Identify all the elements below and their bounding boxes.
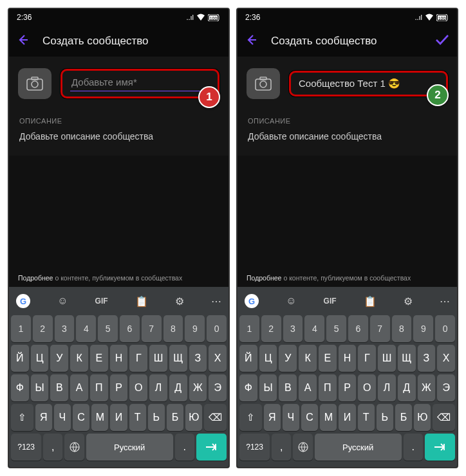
key-З[interactable]: З — [418, 345, 436, 372]
key-Ц[interactable]: Ц — [31, 345, 49, 372]
key-Т[interactable]: Т — [358, 404, 375, 431]
key-Й[interactable]: Й — [239, 345, 257, 372]
shift-key[interactable]: ⇧ — [11, 404, 33, 431]
back-button[interactable] — [245, 34, 258, 49]
key-К[interactable]: К — [299, 345, 317, 372]
settings-icon[interactable]: ⚙ — [404, 295, 413, 307]
community-name-input[interactable] — [70, 76, 212, 88]
key-Х[interactable]: Х — [209, 345, 227, 372]
key-У[interactable]: У — [279, 345, 297, 372]
sticker-icon[interactable]: ☺ — [57, 295, 68, 307]
key-0[interactable]: 0 — [207, 315, 227, 342]
enter-key[interactable] — [196, 434, 227, 461]
key-А[interactable]: А — [70, 374, 88, 401]
key-Щ[interactable]: Щ — [169, 345, 187, 372]
key-Л[interactable]: Л — [149, 374, 167, 401]
key-Ю[interactable]: Ю — [185, 404, 202, 431]
key-Ш[interactable]: Ш — [149, 345, 167, 372]
key-8[interactable]: 8 — [392, 315, 412, 342]
gif-button[interactable]: GIF — [324, 297, 337, 306]
key-С[interactable]: С — [73, 404, 89, 431]
key-9[interactable]: 9 — [185, 315, 205, 342]
key-1[interactable]: 1 — [11, 315, 31, 342]
globe-key[interactable] — [64, 434, 84, 461]
period-key[interactable]: . — [404, 434, 423, 461]
key-1[interactable]: 1 — [239, 315, 259, 342]
key-6[interactable]: 6 — [348, 315, 368, 342]
key-Э[interactable]: Э — [437, 374, 455, 401]
key-3[interactable]: 3 — [55, 315, 75, 342]
key-Ч[interactable]: Ч — [54, 404, 71, 431]
key-3[interactable]: 3 — [283, 315, 303, 342]
key-4[interactable]: 4 — [304, 315, 324, 342]
key-С[interactable]: С — [301, 404, 318, 431]
key-Р[interactable]: Р — [110, 374, 128, 401]
key-Б[interactable]: Б — [167, 404, 183, 431]
key-6[interactable]: 6 — [120, 315, 140, 342]
key-8[interactable]: 8 — [163, 315, 183, 342]
space-key[interactable]: Русский — [315, 434, 402, 461]
key-З[interactable]: З — [189, 345, 207, 372]
key-Г[interactable]: Г — [358, 345, 376, 372]
key-К[interactable]: К — [70, 345, 88, 372]
confirm-button[interactable] — [435, 34, 449, 49]
key-Ф[interactable]: Ф — [239, 374, 257, 401]
key-Д[interactable]: Д — [169, 374, 187, 401]
key-Ы[interactable]: Ы — [31, 374, 49, 401]
period-key[interactable]: . — [175, 434, 194, 461]
backspace-key[interactable]: ⌫ — [204, 404, 227, 431]
key-Ж[interactable]: Ж — [189, 374, 207, 401]
policy-link[interactable]: Подробнее о контенте, публикуемом в сооб… — [18, 274, 219, 282]
key-5[interactable]: 5 — [326, 315, 346, 342]
symbols-key[interactable]: ?123 — [239, 434, 270, 461]
key-Ь[interactable]: Ь — [377, 404, 393, 431]
clipboard-icon[interactable]: 📋 — [364, 295, 377, 307]
key-Л[interactable]: Л — [378, 374, 396, 401]
description-input[interactable]: Добавьте описание сообщества — [238, 129, 457, 156]
key-Х[interactable]: Х — [437, 345, 455, 372]
key-Э[interactable]: Э — [209, 374, 227, 401]
key-Е[interactable]: Е — [319, 345, 337, 372]
space-key[interactable]: Русский — [86, 434, 173, 461]
key-М[interactable]: М — [91, 404, 108, 431]
globe-key[interactable] — [293, 434, 312, 461]
key-Ф[interactable]: Ф — [11, 374, 29, 401]
google-icon[interactable]: G — [16, 294, 30, 308]
key-Н[interactable]: Н — [110, 345, 128, 372]
key-Ю[interactable]: Ю — [414, 404, 431, 431]
key-Р[interactable]: Р — [339, 374, 357, 401]
key-У[interactable]: У — [50, 345, 68, 372]
key-7[interactable]: 7 — [142, 315, 162, 342]
key-О[interactable]: О — [358, 374, 376, 401]
google-icon[interactable]: G — [245, 294, 259, 308]
key-Ц[interactable]: Ц — [259, 345, 277, 372]
key-Б[interactable]: Б — [395, 404, 412, 431]
key-Ш[interactable]: Ш — [378, 345, 396, 372]
add-photo-button[interactable] — [247, 68, 280, 99]
key-2[interactable]: 2 — [33, 315, 53, 342]
key-Ж[interactable]: Ж — [418, 374, 436, 401]
key-Я[interactable]: Я — [264, 404, 281, 431]
shift-key[interactable]: ⇧ — [239, 404, 262, 431]
key-В[interactable]: В — [50, 374, 68, 401]
more-icon[interactable]: ⋯ — [211, 295, 221, 307]
backspace-key[interactable]: ⌫ — [433, 404, 455, 431]
key-В[interactable]: В — [279, 374, 297, 401]
key-Щ[interactable]: Щ — [398, 345, 416, 372]
key-П[interactable]: П — [319, 374, 337, 401]
settings-icon[interactable]: ⚙ — [175, 295, 184, 307]
sticker-icon[interactable]: ☺ — [286, 295, 296, 307]
clipboard-icon[interactable]: 📋 — [135, 295, 148, 307]
key-П[interactable]: П — [90, 374, 108, 401]
key-А[interactable]: А — [299, 374, 317, 401]
key-Й[interactable]: Й — [11, 345, 29, 372]
key-Я[interactable]: Я — [35, 404, 52, 431]
key-М[interactable]: М — [320, 404, 337, 431]
more-icon[interactable]: ⋯ — [440, 295, 450, 307]
add-photo-button[interactable] — [18, 68, 51, 99]
community-name-input[interactable]: Сообщество Тест 1 😎 — [299, 78, 438, 89]
gif-button[interactable]: GIF — [95, 297, 108, 306]
key-9[interactable]: 9 — [413, 315, 433, 342]
comma-key[interactable]: , — [43, 434, 62, 461]
symbols-key[interactable]: ?123 — [11, 434, 41, 461]
